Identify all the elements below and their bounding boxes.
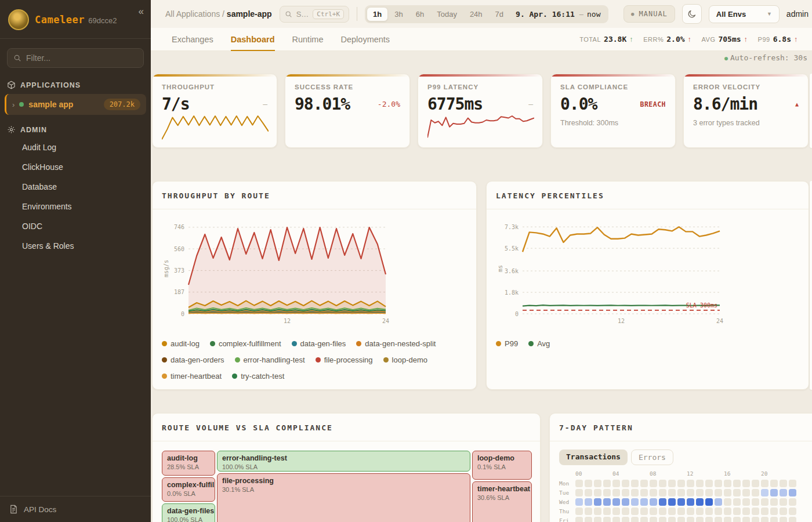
admin-section-label: ADMIN [0,121,151,137]
sidebar-item-oidc[interactable]: OIDC [0,216,151,236]
sidebar-item-environments[interactable]: Environments [0,197,151,216]
tab-deployments[interactable]: Deployments [341,28,390,51]
heatmap-cell [612,498,620,506]
heatmap-cell [687,498,694,506]
heatmap-cell [603,498,611,506]
api-docs-link[interactable]: API Docs [0,496,151,522]
heatmap-cell [789,517,796,522]
legend-item-data-gen-nested-split[interactable]: data-gen-nested-split [356,339,436,348]
heatmap-cell [594,498,601,506]
moon-icon [687,9,697,19]
latency-percentiles-panel: LATENCY PERCENTILES 01.8k3.6k5.5k7.3k122… [486,181,809,390]
heatmap-cell [640,498,648,506]
toggle-transactions[interactable]: Transactions [559,449,628,465]
svg-text:0: 0 [515,311,519,317]
day-label: Thu [559,508,575,514]
heatmap-cell [659,507,666,515]
legend-item-data-gen-orders[interactable]: data-gen-orders [162,356,224,364]
heatmap-cell [789,498,796,506]
heatmap-row-fri: Fri [559,517,812,522]
treemap-tile-audit-log[interactable]: audit-log28.5% SLA [162,451,215,476]
sidebar-item-sample-app[interactable]: › sample app 207.2k [5,94,146,115]
heatmap-cell [696,480,704,487]
time-range-7d[interactable]: 7d [489,7,510,21]
time-range-24h[interactable]: 24h [463,7,489,21]
legend-item-timer-heartbeat[interactable]: timer-heartbeat [162,372,222,380]
time-range-today[interactable]: Today [430,7,463,21]
legend-dot-icon [383,357,389,362]
heatmap-cell [677,498,685,506]
legend-item-P99[interactable]: P99 [496,339,518,348]
kpi-value: 8.6/min [693,95,757,114]
cameleer-logo-icon [8,9,29,30]
tab-runtime[interactable]: Runtime [292,28,324,51]
treemap-tile-timer-heartbeat[interactable]: timer-heartbeat30.6% SLA [472,481,532,522]
kpi-row: THROUGHPUT 7/s– SUCCESS RATE 98.01%-2.0%… [152,74,812,148]
heatmap-cell [705,489,713,496]
legend-item-file-processing[interactable]: file-processing [316,356,373,364]
time-range-1h[interactable]: 1h [367,7,388,21]
chevron-right-icon[interactable]: › [12,100,14,109]
heatmap-cell [640,480,648,487]
toggle-errors[interactable]: Errors [631,449,673,465]
tab-dashboard[interactable]: Dashboard [231,28,275,51]
sidebar: Cameleer 69dcce2 « Filter... APPLICATION… [0,0,151,522]
legend-label: data-gen-nested-split [365,339,436,348]
sidebar-header: Cameleer 69dcce2 « [0,0,151,39]
breadcrumb-root[interactable]: All Applications [165,9,220,19]
heatmap-row-thu: Thu [559,507,812,515]
svg-text:5.5k: 5.5k [505,245,519,252]
time-from[interactable]: 9. Apr. 16:11 [510,10,578,19]
legend-item-Avg[interactable]: Avg [528,339,550,348]
user-name[interactable]: admin [786,9,809,19]
heatmap-cell [733,498,741,506]
legend-item-loop-demo[interactable]: loop-demo [383,356,427,364]
heatmap-cell [742,498,750,506]
global-search-input[interactable]: S… Ctrl+K [280,6,349,23]
time-range-3h[interactable]: 3h [388,7,409,21]
legend-dot-icon [316,357,321,362]
heatmap-cell [640,517,648,522]
treemap-tile-error-handling-test[interactable]: error-handling-test100.0% SLA [217,451,470,472]
sidebar-item-clickhouse[interactable]: ClickHouse [0,157,151,177]
legend-label: P99 [505,339,518,348]
heatmap-cell [603,489,611,496]
filter-placeholder: Filter... [26,53,50,63]
treemap-tile-file-processing[interactable]: file-processing30.1% SLA [217,473,470,522]
sidebar-item-database[interactable]: Database [0,177,151,197]
heatmap-cell [585,517,592,522]
filter-input[interactable]: Filter... [7,48,144,68]
legend-item-complex-fulfillment[interactable]: complex-fulfillment [210,339,281,348]
manual-refresh-button[interactable]: ● MANUAL [624,5,675,23]
hour-label: 20 [761,470,767,477]
cutoff-panel-edge [810,181,812,390]
kpi-delta: – [263,100,267,108]
breadcrumb-current: sample-app [227,9,272,19]
treemap-tile-loop-demo[interactable]: loop-demo0.1% SLA [472,451,532,480]
env-select[interactable]: All Envs ▼ [709,5,780,23]
panel-title: ROUTE VOLUME VS SLA COMPLIANCE [162,423,333,432]
heatmap-cell [705,507,713,515]
time-to[interactable]: now [585,10,606,19]
sidebar-item-audit-log[interactable]: Audit Log [0,137,151,157]
sidebar-item-users-roles[interactable]: Users & Roles [0,236,151,256]
legend-item-try-catch-test[interactable]: try-catch-test [232,372,284,380]
treemap-tile-data-gen-files[interactable]: data-gen-files100.0% SLA [162,503,215,522]
svg-text:24: 24 [382,318,389,324]
tab-exchanges[interactable]: Exchanges [172,28,213,51]
heatmap-cell [705,498,713,506]
legend-item-error-handling-test[interactable]: error-handling-test [235,356,305,364]
legend-item-audit-log[interactable]: audit-log [162,339,200,348]
time-range-6h[interactable]: 6h [409,7,430,21]
heatmap-cell [752,517,759,522]
theme-toggle-button[interactable] [682,4,702,24]
tile-route-name: audit-log [167,454,210,463]
tile-sla-value: 30.1% SLA [222,485,465,494]
sidebar-collapse-icon[interactable]: « [139,6,144,17]
heatmap-cell [612,507,620,515]
legend-item-data-gen-files[interactable]: data-gen-files [292,339,346,348]
tile-sla-value: 0.1% SLA [477,463,527,471]
legend-dot-icon [162,357,167,362]
legend-label: error-handling-test [244,356,305,364]
treemap-tile-complex-fulfil[interactable]: complex-fulfil...0.0% SLA [162,477,215,502]
